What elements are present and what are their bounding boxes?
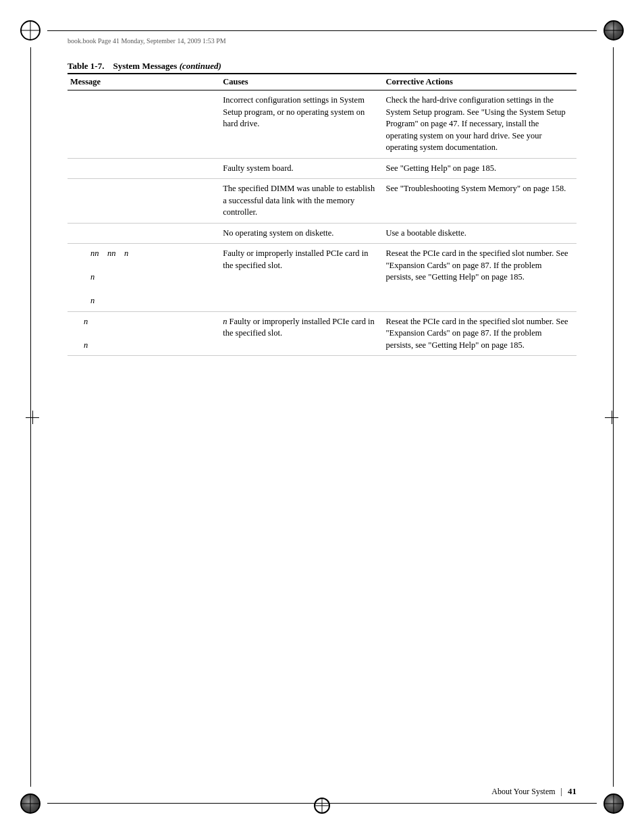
row2-actions: See "Getting Help" on page 185. bbox=[383, 158, 576, 179]
footer-separator: | bbox=[561, 787, 562, 797]
row1-actions: Check the hard-drive configuration setti… bbox=[383, 90, 576, 159]
side-cross-left bbox=[26, 411, 39, 424]
row6-msg-line1: n bbox=[84, 317, 88, 326]
row1-causes: Incorrect configuration settings in Syst… bbox=[220, 90, 383, 159]
row6-message: n n bbox=[68, 311, 220, 356]
corner-circle-tr bbox=[603, 20, 624, 41]
row5-msg-line1: nn nn n bbox=[90, 249, 128, 258]
row6-actions: Reseat the PCIe card in the specified sl… bbox=[383, 311, 576, 356]
row3-actions: See "Troubleshooting System Memory" on p… bbox=[383, 179, 576, 224]
col-header-causes: Causes bbox=[220, 74, 383, 90]
col-header-actions: Corrective Actions bbox=[383, 74, 576, 90]
table-num: Table 1-7. bbox=[68, 61, 104, 71]
corner-bl bbox=[20, 780, 54, 814]
bottom-center-cross bbox=[314, 798, 330, 814]
row4-causes: No operating system on diskette. bbox=[220, 223, 383, 244]
row3-message bbox=[68, 179, 220, 224]
page: book.book Page 41 Monday, September 14, … bbox=[0, 0, 644, 834]
corner-circle-bl bbox=[20, 793, 41, 814]
page-footer: About Your System | 41 bbox=[68, 786, 576, 797]
table-title: Table 1-7. System Messages (continued) bbox=[68, 61, 576, 72]
table-row: No operating system on diskette. Use a b… bbox=[68, 223, 576, 244]
row5-msg-line2: n bbox=[90, 272, 95, 282]
row2-causes: Faulty system board. bbox=[220, 158, 383, 179]
border-top bbox=[47, 30, 597, 31]
row6-causes: n Faulty or improperly installed PCIe ca… bbox=[220, 311, 383, 356]
corner-circle-tl bbox=[20, 20, 41, 41]
footer-section-text: About Your System bbox=[491, 787, 555, 797]
table-row: n n n Faulty or improperly installed PCI… bbox=[68, 311, 576, 356]
row5-msg-line3: n bbox=[90, 296, 95, 305]
row5-actions: Reseat the PCIe card in the specified sl… bbox=[383, 244, 576, 312]
row1-message bbox=[68, 90, 220, 159]
row5-causes: Faulty or improperly installed PCIe card… bbox=[220, 244, 383, 312]
row4-actions: Use a bootable diskette. bbox=[383, 223, 576, 244]
table-row: nn nn n n n Faulty or improperly install… bbox=[68, 244, 576, 312]
system-messages-table: Message Causes Corrective Actions Incorr… bbox=[68, 73, 576, 356]
col-header-message: Message bbox=[68, 74, 220, 90]
corner-tl bbox=[20, 20, 54, 54]
table-name: System Messages bbox=[113, 61, 177, 71]
corner-circle-br bbox=[603, 793, 624, 814]
corner-tr bbox=[590, 20, 624, 54]
row2-message bbox=[68, 158, 220, 179]
table-row: The specified DIMM was unable to establi… bbox=[68, 179, 576, 224]
row5-message: nn nn n n n bbox=[68, 244, 220, 312]
corner-br bbox=[590, 780, 624, 814]
page-header: book.book Page 41 Monday, September 14, … bbox=[68, 37, 576, 45]
table-row: Faulty system board. See "Getting Help" … bbox=[68, 158, 576, 179]
row6-msg-line2: n bbox=[84, 340, 88, 350]
main-content: Table 1-7. System Messages (continued) M… bbox=[68, 61, 576, 780]
table-continued: (continued) bbox=[180, 61, 221, 71]
table-row: Incorrect configuration settings in Syst… bbox=[68, 90, 576, 159]
page-number: 41 bbox=[568, 786, 576, 797]
header-text: book.book Page 41 Monday, September 14, … bbox=[68, 37, 226, 45]
row4-message bbox=[68, 223, 220, 244]
side-cross-right bbox=[605, 411, 618, 424]
row3-causes: The specified DIMM was unable to establi… bbox=[220, 179, 383, 224]
